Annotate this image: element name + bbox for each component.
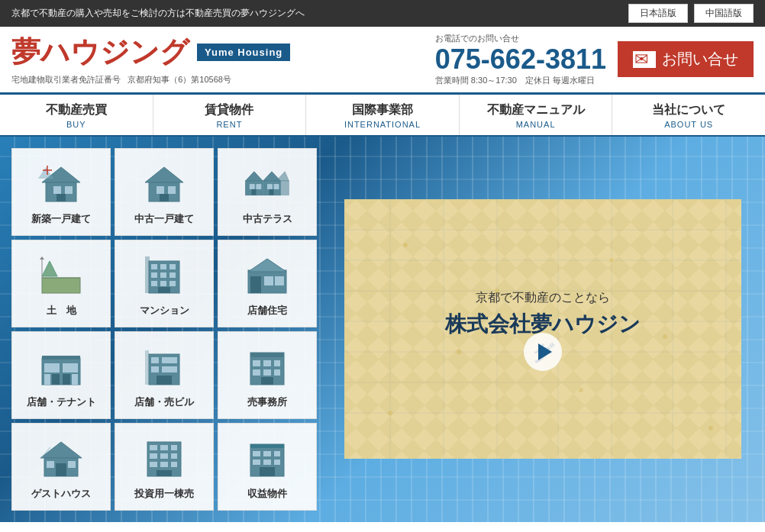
nav-item-rent[interactable]: 賃貸物件 RENT	[153, 95, 307, 135]
svg-rect-70	[263, 369, 271, 376]
nav-item-manual[interactable]: 不動産マニュアル MANUAL	[460, 95, 613, 135]
video-thumbnail[interactable]: 京都で不動産のことなら 株式会社夢ハウジング	[344, 199, 741, 459]
svg-rect-52	[63, 374, 70, 385]
prop-label-office: 売事務所	[247, 395, 287, 409]
svg-rect-20	[267, 184, 273, 189]
svg-rect-22	[270, 189, 274, 195]
svg-rect-81	[160, 445, 168, 450]
svg-rect-49	[44, 363, 60, 372]
prop-terrace[interactable]: 中古テラス	[218, 148, 317, 236]
terrace-icon	[243, 160, 292, 209]
prop-label-terrace: 中古テラス	[243, 212, 292, 226]
prop-investment[interactable]: 投資用一棟売	[115, 423, 214, 511]
nav-en-rent: RENT	[157, 120, 302, 129]
nav-jp-buy: 不動産売買	[4, 102, 149, 118]
svg-rect-50	[63, 363, 78, 372]
nav-item-international[interactable]: 国際事業部 INTERNATIONAL	[306, 95, 460, 135]
svg-point-116	[403, 243, 408, 247]
prop-income[interactable]: 収益物件	[218, 423, 317, 511]
nav-en-intl: INTERNATIONAL	[310, 120, 455, 129]
svg-marker-23	[276, 171, 289, 180]
logo-kanji[interactable]: 夢ハウジング	[11, 33, 189, 72]
svg-rect-56	[151, 357, 159, 363]
office-icon	[243, 343, 292, 392]
prop-mansion[interactable]: マンション	[115, 240, 214, 327]
prop-label-sell-building: 店舗・売ビル	[134, 395, 194, 409]
svg-rect-24	[280, 180, 289, 195]
svg-rect-76	[68, 461, 76, 468]
svg-rect-62	[157, 376, 172, 385]
svg-rect-11	[168, 186, 176, 194]
contact-label: お電話でのお問い合せ	[435, 33, 606, 44]
nav-item-about[interactable]: 当社について ABOUT US	[612, 95, 765, 135]
land-icon	[37, 251, 86, 301]
banner-text: 京都で不動産の購入や売却をご検討の方は不動産売買の夢ハウジングへ	[11, 7, 628, 20]
prop-sell-building[interactable]: 店舗・売ビル	[115, 331, 214, 419]
prop-new-house[interactable]: 新築一戸建て	[11, 148, 111, 236]
svg-rect-4	[56, 194, 66, 202]
prop-label-mansion: マンション	[140, 304, 189, 318]
contact-area: お電話でのお問い合せ 075-662-3811 営業時間 8:30～17:30 …	[435, 33, 606, 86]
svg-rect-38	[160, 281, 166, 286]
prop-land[interactable]: 土 地	[11, 240, 111, 327]
property-grid: 新築一戸建て 中古一戸建て	[0, 137, 321, 522]
svg-rect-17	[251, 189, 256, 195]
svg-point-123	[709, 426, 713, 430]
lang-cn-button[interactable]: 中国語版	[694, 4, 754, 23]
svg-rect-21	[274, 184, 279, 189]
svg-marker-27	[42, 261, 57, 276]
svg-marker-73	[40, 442, 82, 458]
contact-phone: 075-662-3811	[435, 44, 606, 75]
prop-store-house[interactable]: 店舗住宅	[218, 240, 317, 327]
prop-office[interactable]: 売事務所	[218, 331, 317, 419]
svg-rect-51	[52, 374, 60, 385]
svg-rect-10	[157, 186, 164, 194]
svg-rect-58	[169, 357, 177, 363]
video-subtitle: 京都で不動産のことなら	[444, 290, 642, 306]
prop-tenant[interactable]: 店舗・テナント	[11, 331, 111, 419]
top-banner: 京都で不動産の購入や売却をご検討の方は不動産売買の夢ハウジングへ 日本語版 中国…	[0, 0, 765, 27]
lang-jp-button[interactable]: 日本語版	[628, 4, 688, 23]
store-house-icon	[243, 251, 292, 301]
svg-rect-31	[151, 264, 157, 269]
prop-label-tenant: 店舗・テナント	[27, 395, 96, 409]
svg-rect-2	[53, 186, 61, 194]
svg-rect-92	[253, 451, 260, 456]
contact-button[interactable]: お問い合せ	[618, 41, 754, 77]
investment-icon	[140, 434, 189, 484]
svg-rect-98	[260, 467, 275, 476]
svg-rect-46	[275, 276, 284, 285]
video-panel: 京都で不動産のことなら 株式会社夢ハウジング	[321, 137, 765, 522]
prop-guesthouse[interactable]: ゲストハウス	[11, 423, 111, 511]
svg-rect-59	[151, 366, 159, 372]
svg-rect-82	[171, 445, 177, 450]
prop-label-guesthouse: ゲストハウス	[31, 487, 91, 501]
play-button[interactable]	[524, 333, 562, 371]
prop-used-house[interactable]: 中古一戸建て	[115, 148, 214, 236]
svg-rect-37	[151, 281, 157, 286]
svg-rect-53	[44, 374, 50, 385]
svg-rect-89	[157, 470, 172, 476]
svg-rect-3	[65, 186, 73, 194]
svg-rect-75	[47, 461, 54, 468]
svg-rect-54	[72, 374, 78, 385]
svg-rect-77	[56, 463, 66, 476]
svg-point-120	[663, 334, 667, 339]
nav-en-about: ABOUT US	[616, 120, 761, 129]
logo-subtitle: 宅地建物取引業者免許証番号 京都府知事（6）第10568号	[11, 74, 435, 85]
svg-point-118	[609, 258, 614, 263]
svg-rect-25	[42, 278, 80, 293]
svg-rect-95	[253, 459, 260, 465]
new-house-icon	[37, 160, 86, 209]
svg-marker-43	[248, 259, 286, 272]
svg-rect-85	[171, 453, 177, 459]
guesthouse-icon	[37, 434, 86, 484]
nav-item-buy[interactable]: 不動産売買 BUY	[0, 95, 153, 135]
income-icon	[243, 434, 292, 484]
svg-rect-44	[250, 276, 261, 293]
nav-jp-rent: 賃貸物件	[157, 102, 302, 118]
nav-en-manual: MANUAL	[463, 120, 608, 129]
svg-rect-87	[160, 462, 168, 467]
svg-rect-69	[253, 369, 260, 376]
prop-label-new-house: 新築一戸建て	[31, 212, 91, 226]
